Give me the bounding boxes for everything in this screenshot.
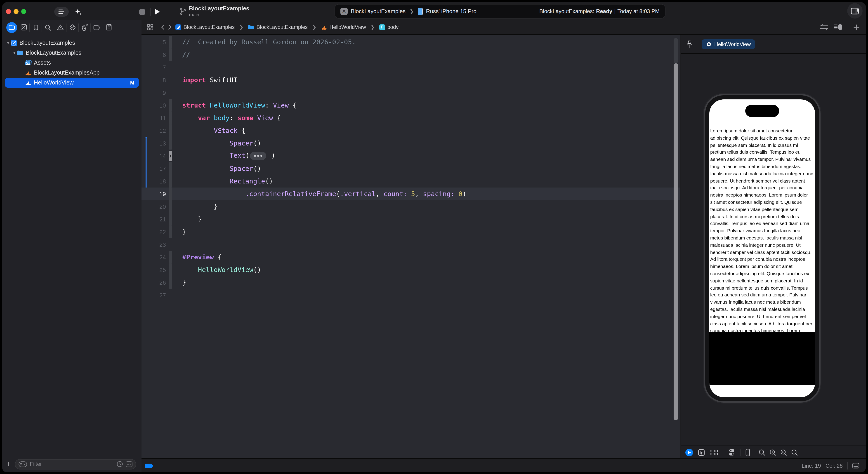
variants-mode-button[interactable] — [710, 449, 718, 455]
tab-bookmarks[interactable] — [30, 24, 41, 31]
fold-ribbon[interactable] — [168, 112, 172, 124]
line-number: 10 — [142, 102, 166, 109]
zoom-in-button[interactable] — [791, 449, 798, 456]
live-preview-button[interactable] — [685, 448, 693, 456]
code-line[interactable]: 17 Spacer() — [142, 162, 680, 175]
tab-breakpoints[interactable] — [91, 25, 103, 30]
code-line[interactable]: 8import SwiftUI — [142, 74, 680, 86]
code-line[interactable]: 18 Rectangle() — [142, 175, 680, 188]
code-line[interactable]: 21 } — [142, 213, 680, 225]
intelligence-compose-button[interactable] — [74, 8, 82, 18]
tab-debug[interactable] — [79, 24, 90, 31]
fold-ribbon[interactable] — [168, 124, 172, 137]
editor-options-icon[interactable] — [834, 24, 842, 30]
code-line[interactable]: 20 } — [142, 200, 680, 213]
pin-icon[interactable] — [686, 40, 692, 48]
breadcrumb-file[interactable]: HelloWorldView — [321, 24, 366, 30]
scheme-selector[interactable]: A BlockLayoutExamples ❯ Russ' iPhone 15 … — [340, 7, 539, 15]
tab-find[interactable] — [42, 24, 54, 31]
run-button[interactable] — [154, 8, 160, 17]
navigator-menu-button[interactable] — [54, 7, 69, 17]
scheme-status-pill[interactable]: A BlockLayoutExamples ❯ Russ' iPhone 15 … — [335, 4, 665, 19]
filter-field[interactable]: Filter — [15, 459, 136, 469]
breadcrumb-group[interactable]: BlockLayoutExamples — [248, 24, 308, 30]
toggle-inspector-button[interactable] — [847, 3, 863, 19]
zoom-out-button[interactable] — [758, 449, 765, 456]
code-line[interactable]: 11 var body: some View { — [142, 112, 680, 124]
zoom-to-fit-button[interactable] — [780, 449, 787, 456]
code-line[interactable]: 5// Created by Russell Gordon on 2026-02… — [142, 36, 680, 49]
code-line[interactable]: 22} — [142, 225, 680, 238]
dynamic-island — [745, 105, 779, 117]
plus-minus-filter-icon[interactable] — [126, 461, 132, 467]
selectable-mode-button[interactable] — [698, 449, 705, 456]
fold-ribbon[interactable] — [168, 175, 172, 188]
code-line[interactable]: 10struct HelloWorldView: View { — [142, 99, 680, 112]
code-fold-arrow-icon[interactable]: ❯ — [168, 151, 172, 161]
code-line[interactable]: 7 — [142, 61, 680, 74]
code-line[interactable]: 26} — [142, 276, 680, 289]
tab-reports[interactable] — [103, 24, 115, 31]
go-forward-button[interactable] — [168, 24, 172, 30]
fold-ribbon[interactable] — [168, 263, 172, 276]
fold-ribbon[interactable] — [168, 225, 172, 238]
disclosure-chevron-icon[interactable]: ▼ — [12, 51, 17, 55]
tab-source-control[interactable] — [18, 24, 29, 31]
xcode-window: BlockLayoutExamples main A BlockLayoutEx… — [2, 2, 866, 472]
add-file-button[interactable]: + — [2, 460, 15, 468]
fold-ribbon[interactable] — [168, 49, 172, 61]
breadcrumb-symbol[interactable]: P body — [379, 24, 399, 30]
tab-tests[interactable] — [66, 24, 78, 31]
add-editor-button[interactable] — [854, 24, 860, 30]
toggle-debug-area-button[interactable] — [852, 463, 860, 469]
fold-ribbon[interactable] — [168, 213, 172, 225]
folded-code-pill[interactable] — [250, 152, 267, 160]
fold-ribbon[interactable] — [168, 188, 172, 200]
code-line[interactable]: 27 — [142, 289, 680, 302]
go-back-button[interactable] — [161, 24, 164, 30]
code-text: struct HelloWorldView: View { — [182, 102, 297, 109]
fold-ribbon[interactable] — [168, 200, 172, 213]
code-line[interactable]: 9 — [142, 86, 680, 99]
editor-scrollbar[interactable] — [674, 63, 678, 420]
code-line[interactable]: 6// — [142, 49, 680, 61]
sidebar-right-icon — [851, 7, 859, 14]
fold-ribbon[interactable] — [168, 162, 172, 175]
zoom-actual-size-button[interactable]: 1 — [770, 449, 776, 456]
blue-flag-marker[interactable] — [142, 463, 154, 468]
fold-ribbon[interactable] — [168, 36, 172, 49]
preview-tab[interactable]: HelloWorldView — [702, 39, 755, 49]
tab-issues[interactable] — [54, 24, 66, 30]
tree-row-project[interactable]: ▼ BlockLayoutExamples — [2, 38, 142, 48]
tree-row-assets[interactable]: Assets — [2, 58, 142, 68]
code-line[interactable]: 24#Preview { — [142, 251, 680, 263]
zoom-window-button[interactable] — [21, 9, 26, 14]
code-line[interactable]: 23 — [142, 238, 680, 251]
stop-button[interactable] — [139, 8, 146, 17]
preview-canvas[interactable]: Lorem ipsum dolor sit amet consectetur a… — [681, 54, 866, 445]
fold-ribbon[interactable] — [168, 251, 172, 263]
device-settings-button[interactable] — [728, 449, 735, 456]
tree-row-group[interactable]: ▼ BlockLayoutExamples — [2, 48, 142, 58]
code-line[interactable]: 13 Spacer() — [142, 137, 680, 150]
minimize-window-button[interactable] — [13, 9, 19, 14]
disclosure-chevron-icon[interactable]: ▼ — [6, 41, 10, 45]
tab-project-navigator[interactable] — [6, 25, 18, 30]
related-items-icon[interactable] — [147, 24, 153, 30]
code-line[interactable]: 14❯ Text( ) — [142, 150, 680, 162]
fold-ribbon[interactable] — [168, 99, 172, 112]
code-line[interactable]: 12 VStack { — [142, 124, 680, 137]
tree-row-app-file[interactable]: BlockLayoutExamplesApp — [2, 68, 142, 78]
breadcrumb-project[interactable]: BlockLayoutExamples — [176, 24, 235, 30]
fold-ribbon[interactable] — [168, 276, 172, 289]
swap-arrows-icon[interactable] — [820, 24, 828, 30]
code-line[interactable]: 25 HelloWorldView() — [142, 263, 680, 276]
close-window-button[interactable] — [6, 9, 11, 14]
code-editor[interactable]: 5// Created by Russell Gordon on 2026-02… — [142, 35, 680, 458]
preview-device-button[interactable] — [745, 448, 750, 456]
recents-clock-icon[interactable] — [117, 461, 123, 467]
line-number: 9 — [142, 89, 166, 96]
tree-row-selected-file[interactable]: HelloWorldView M — [5, 78, 139, 88]
code-line[interactable]: 19 .containerRelativeFrame(.vertical, co… — [142, 188, 680, 200]
fold-ribbon[interactable] — [168, 137, 172, 150]
